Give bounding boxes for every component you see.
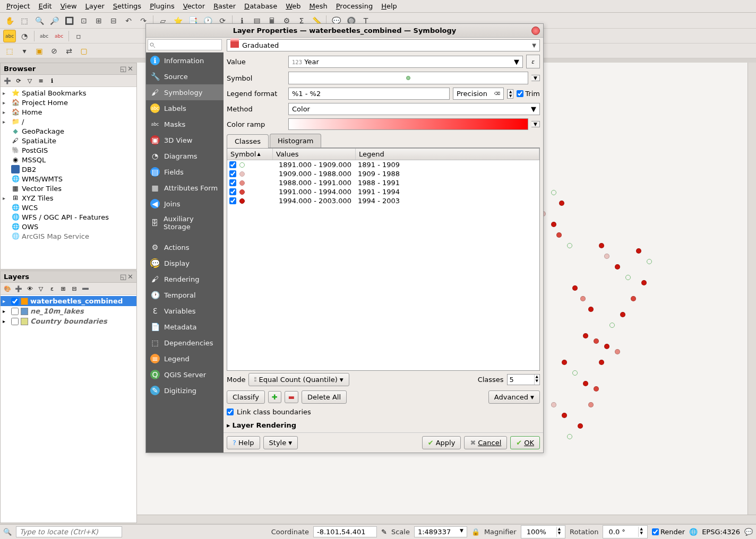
- browser-tree[interactable]: ▸⭐Spatial Bookmarks▸🏠Project Home▸🏠Home▸…: [1, 87, 136, 269]
- trim-checkbox[interactable]: Trim: [517, 90, 540, 98]
- panel-undock-icon[interactable]: ◱: [120, 273, 126, 281]
- layer-item[interactable]: ▸Country boundaries: [1, 316, 136, 326]
- delete-all-button[interactable]: Delete All: [302, 390, 347, 404]
- label-tool-icon[interactable]: abc: [3, 30, 16, 42]
- col-values[interactable]: Values: [273, 149, 356, 160]
- symbol-dropdown[interactable]: ▼: [531, 75, 540, 81]
- sidebar-item-qgis-server[interactable]: QQGIS Server: [146, 367, 224, 382]
- renderer-combo[interactable]: Graduated ▼: [227, 39, 540, 51]
- select-form-icon[interactable]: ▢: [78, 45, 90, 57]
- filter-legend-icon[interactable]: ▽: [36, 284, 46, 293]
- menu-edit[interactable]: Edit: [35, 1, 56, 11]
- sidebar-item-masks[interactable]: abcMasks: [146, 116, 224, 132]
- select-rect-icon[interactable]: ⬚: [3, 45, 16, 57]
- filter-browser-icon[interactable]: ▽: [25, 76, 35, 85]
- scale-combo[interactable]: 1:489337▼: [414, 526, 467, 537]
- menu-vector[interactable]: Vector: [179, 1, 209, 11]
- diagram-tool-icon[interactable]: ◔: [18, 30, 31, 42]
- sidebar-item-fields[interactable]: ▤Fields: [146, 164, 224, 180]
- crs-label[interactable]: EPSG:4326: [702, 528, 740, 536]
- zoom-native-icon[interactable]: 🔲: [63, 14, 75, 27]
- menu-layer[interactable]: Layer: [81, 1, 109, 11]
- dialog-titlebar[interactable]: Layer Properties — waterbeetles_combined…: [146, 24, 543, 38]
- browser-item[interactable]: ▦Vector Tiles: [1, 184, 136, 193]
- ramp-dropdown[interactable]: ▼: [531, 121, 540, 127]
- browser-item[interactable]: ▸🏠Home: [1, 107, 136, 117]
- layer-visibility-checkbox[interactable]: [11, 308, 19, 315]
- menu-raster[interactable]: Raster: [209, 1, 240, 11]
- add-layer-icon[interactable]: ➕: [3, 76, 12, 85]
- class-visibility-checkbox[interactable]: [229, 179, 236, 186]
- deselect-icon[interactable]: ⊘: [48, 45, 61, 57]
- sidebar-item-labels[interactable]: abcLabels: [146, 100, 224, 116]
- style-button[interactable]: Style ▼: [263, 436, 298, 449]
- mode-combo[interactable]: ⦙⦙Equal Count (Quantile) ▼: [248, 373, 349, 386]
- sidebar-item-display[interactable]: 💬Display: [146, 255, 224, 271]
- browser-item[interactable]: 🐘PostGIS: [1, 145, 136, 155]
- ok-button[interactable]: ✔OK: [510, 436, 540, 449]
- menu-project[interactable]: Project: [2, 1, 35, 11]
- precision-spinner[interactable]: ▲▼: [507, 89, 513, 99]
- tab-classes[interactable]: Classes: [227, 134, 269, 148]
- locator-input[interactable]: [16, 526, 122, 537]
- coordinate-field[interactable]: -8.101,54.401: [313, 526, 377, 537]
- symbol-preview[interactable]: [288, 72, 528, 84]
- zoom-layer-icon[interactable]: ⊟: [107, 14, 120, 27]
- cancel-button[interactable]: ✖Cancel: [464, 436, 507, 449]
- browser-item[interactable]: ▸📁/: [1, 117, 136, 126]
- sidebar-item-source[interactable]: 🔧Source: [146, 68, 224, 84]
- method-combo[interactable]: Color ▼: [288, 103, 540, 115]
- highlight-label-icon[interactable]: abc: [38, 30, 50, 42]
- lock-icon[interactable]: 🔒: [471, 528, 480, 536]
- browser-item[interactable]: ▸⭐Spatial Bookmarks: [1, 88, 136, 98]
- panel-close-icon[interactable]: ✕: [127, 65, 133, 73]
- browser-item[interactable]: 🌐OWS: [1, 222, 136, 231]
- sidebar-item-digitizing[interactable]: ✎Digitizing: [146, 382, 224, 398]
- browser-item[interactable]: 🖋SpatiaLite: [1, 136, 136, 145]
- class-row[interactable]: 1909.000 - 1988.0001909 - 1988: [227, 169, 539, 178]
- dialog-close-icon[interactable]: [531, 27, 540, 35]
- visibility-icon[interactable]: 👁: [25, 284, 35, 293]
- browser-item[interactable]: DB2DB2: [1, 164, 136, 174]
- scrollbar-vertical[interactable]: [748, 63, 756, 515]
- add-class-button[interactable]: ✚: [268, 391, 281, 403]
- browser-item[interactable]: ◉MSSQL: [1, 155, 136, 164]
- sidebar-item-variables[interactable]: ℇVariables: [146, 303, 224, 319]
- remove-class-button[interactable]: ▬: [285, 391, 298, 403]
- sidebar-item-temporal[interactable]: 🕐Temporal: [146, 287, 224, 303]
- sidebar-search-input[interactable]: [148, 39, 222, 50]
- sidebar-item-metadata[interactable]: 📄Metadata: [146, 319, 224, 335]
- layers-tree[interactable]: ▸waterbeetles_combined▸ne_10m_lakes▸Coun…: [1, 295, 136, 523]
- legend-format-input[interactable]: [288, 88, 450, 100]
- class-row[interactable]: 1988.000 - 1991.0001988 - 1991: [227, 178, 539, 187]
- class-row[interactable]: 1991.000 - 1994.0001991 - 1994: [227, 187, 539, 196]
- link-boundaries-checkbox[interactable]: [227, 408, 234, 415]
- pan-tool-icon[interactable]: ✋: [3, 14, 16, 27]
- sidebar-item-auxiliary-storage[interactable]: 🗄Auxiliary Storage: [146, 212, 224, 234]
- col-symbol[interactable]: Symbol ▲: [227, 149, 273, 160]
- menu-view[interactable]: View: [56, 1, 81, 11]
- class-visibility-checkbox[interactable]: [229, 170, 236, 177]
- sidebar-item-3d-view[interactable]: ▣3D View: [146, 132, 224, 148]
- menu-settings[interactable]: Settings: [109, 1, 145, 11]
- pan-selection-icon[interactable]: ⬚: [18, 14, 31, 27]
- label-toggle-icon[interactable]: abc: [53, 30, 65, 42]
- sidebar-item-dependencies[interactable]: ⬚Dependencies: [146, 335, 224, 351]
- properties-icon[interactable]: ℹ: [47, 76, 57, 85]
- sidebar-item-joins[interactable]: ◀Joins: [146, 196, 224, 212]
- zoom-in-icon[interactable]: 🔍: [33, 14, 46, 27]
- classes-count-input[interactable]: [508, 375, 534, 385]
- classes-spinner[interactable]: ▲▼: [507, 374, 540, 385]
- coord-toggle-icon[interactable]: ✎: [381, 528, 387, 536]
- class-row[interactable]: 1994.000 - 2003.0001994 - 2003: [227, 196, 539, 205]
- classes-table[interactable]: Symbol ▲ Values Legend 1891.000 - 1909.0…: [227, 148, 540, 371]
- expression-button[interactable]: ε: [526, 55, 540, 68]
- crs-icon[interactable]: 🌐: [689, 528, 698, 536]
- layer-item[interactable]: ▸waterbeetles_combined: [1, 296, 136, 306]
- browser-item[interactable]: 🌐ArcGIS Map Service: [1, 231, 136, 241]
- add-group-icon[interactable]: ➕: [14, 284, 23, 293]
- classify-button[interactable]: Classify: [227, 390, 265, 404]
- refresh-browser-icon[interactable]: ⟳: [14, 76, 23, 85]
- apply-button[interactable]: ✔Apply: [422, 436, 461, 449]
- collapse-all-icon[interactable]: ⊟: [70, 284, 79, 293]
